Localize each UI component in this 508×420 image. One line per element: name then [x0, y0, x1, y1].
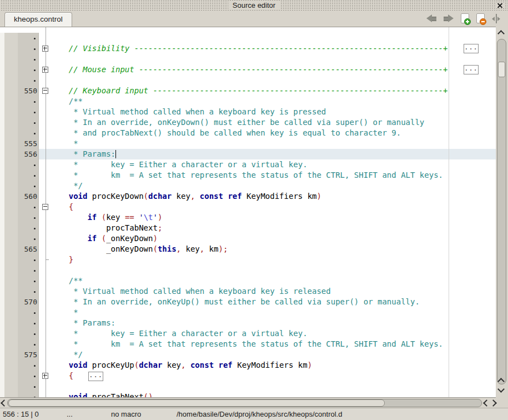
- code-line[interactable]: void procKeyDown(dchar key, const ref Ke…: [50, 191, 496, 202]
- code-line[interactable]: void procTabNext(): [50, 392, 496, 398]
- editor-row[interactable]: * km = A set that represents the status …: [0, 339, 496, 349]
- code-line[interactable]: * Virtual method called when a keyboard …: [50, 286, 496, 297]
- editor-row[interactable]: * key = Either a character or a virtual …: [0, 328, 496, 339]
- code-line[interactable]: // Keyboard input ----------------------…: [50, 86, 496, 96]
- collapsed-block-icon[interactable]: ...: [88, 372, 103, 381]
- editor-row[interactable]: * and procTabNext() should be called whe…: [0, 128, 496, 138]
- next-document-icon[interactable]: [444, 14, 454, 22]
- fold-gutter: [39, 138, 50, 149]
- editor-row[interactable]: [0, 75, 496, 86]
- editor-row[interactable]: [0, 54, 496, 64]
- editor-row[interactable]: 556 * Params:: [0, 149, 496, 159]
- code-line[interactable]: [50, 54, 496, 64]
- line-number-gutter: [0, 276, 39, 286]
- editor-row[interactable]: [0, 33, 496, 43]
- editor-row[interactable]: * Virtual method called when a keyboard …: [0, 286, 496, 297]
- editor-row[interactable]: // Visibility --------------------------…: [0, 43, 496, 54]
- code-line[interactable]: * km = A set that represents the status …: [50, 339, 496, 349]
- editor-row[interactable]: */: [0, 181, 496, 191]
- code-line[interactable]: *: [50, 138, 496, 149]
- scroll-left-right-icon[interactable]: [483, 399, 490, 407]
- editor-row[interactable]: *: [0, 307, 496, 318]
- titlebar[interactable]: Source editor: [0, 0, 508, 11]
- code-line[interactable]: // Visibility --------------------------…: [50, 43, 496, 54]
- code-line[interactable]: if (key == '\t'): [50, 212, 496, 223]
- scroll-left-icon[interactable]: [1, 399, 8, 407]
- editor-row[interactable]: // Mouse input -------------------------…: [0, 64, 496, 75]
- editor-row[interactable]: [0, 265, 496, 276]
- code-line[interactable]: * In an override, onKeyDown() must eithe…: [50, 117, 496, 128]
- code-line[interactable]: if (_onKeyDown): [50, 233, 496, 244]
- editor-row[interactable]: * key = Either a character or a virtual …: [0, 159, 496, 170]
- editor-row[interactable]: if (_onKeyDown): [0, 233, 496, 244]
- editor-row[interactable]: {...: [0, 371, 496, 381]
- code-line[interactable]: * key = Either a character or a virtual …: [50, 328, 496, 339]
- code-line[interactable]: void procKeyUp(dchar key, const ref KeyM…: [50, 360, 496, 371]
- horizontal-scrollbar[interactable]: [0, 398, 508, 407]
- editor-row[interactable]: }: [0, 254, 496, 265]
- editor-row[interactable]: * In an override, onKeyDown() must eithe…: [0, 117, 496, 128]
- code-line[interactable]: /**: [50, 96, 496, 107]
- vertical-scroll-track[interactable]: [497, 39, 506, 384]
- close-icon[interactable]: [496, 2, 505, 8]
- editor-row[interactable]: procTabNext;: [0, 223, 496, 233]
- tab-kheops-control[interactable]: kheops.control: [4, 12, 72, 27]
- code-line[interactable]: * Params:: [50, 318, 496, 328]
- collapsed-block-icon[interactable]: ...: [464, 65, 479, 74]
- code-editor[interactable]: // Visibility --------------------------…: [0, 27, 496, 398]
- code-line[interactable]: {: [50, 202, 496, 212]
- code-line[interactable]: * Params:: [50, 149, 496, 159]
- code-line[interactable]: [50, 75, 496, 86]
- editor-row[interactable]: void procTabNext(): [0, 392, 496, 398]
- code-line[interactable]: */: [50, 181, 496, 191]
- detach-document-icon[interactable]: [492, 14, 500, 23]
- editor-row[interactable]: [0, 381, 496, 392]
- fold-collapse-icon[interactable]: [42, 204, 48, 210]
- fold-collapse-icon[interactable]: [42, 88, 48, 94]
- code-line[interactable]: * key = Either a character or a virtual …: [50, 159, 496, 170]
- new-document-icon[interactable]: [461, 13, 469, 23]
- close-document-icon[interactable]: [476, 13, 485, 23]
- editor-row[interactable]: /**: [0, 276, 496, 286]
- editor-row[interactable]: 555 *: [0, 138, 496, 149]
- scroll-up-icon[interactable]: [497, 30, 505, 37]
- code-line[interactable]: *: [50, 307, 496, 318]
- editor-row[interactable]: * Virtual method called when a keyboard …: [0, 107, 496, 117]
- vertical-scroll-thumb[interactable]: [498, 62, 505, 77]
- editor-row[interactable]: * km = A set that represents the status …: [0, 170, 496, 181]
- code-line[interactable]: _onKeyDown(this, key, km);: [50, 244, 496, 254]
- scroll-down-icon[interactable]: [497, 386, 505, 393]
- editor-row[interactable]: void procKeyUp(dchar key, const ref KeyM…: [0, 360, 496, 371]
- horizontal-scroll-thumb[interactable]: [8, 399, 385, 407]
- fold-expand-icon[interactable]: [42, 67, 48, 73]
- code-line[interactable]: [50, 381, 496, 392]
- editor-row[interactable]: 565 _onKeyDown(this, key, km);: [0, 244, 496, 254]
- code-line[interactable]: [50, 33, 496, 43]
- code-line[interactable]: */: [50, 349, 496, 360]
- editor-row[interactable]: 575 */: [0, 349, 496, 360]
- horizontal-scroll-track[interactable]: [7, 399, 482, 407]
- scroll-right-icon[interactable]: [490, 399, 497, 407]
- code-line[interactable]: * and procTabNext() should be called whe…: [50, 128, 496, 138]
- vertical-scrollbar[interactable]: [496, 27, 508, 397]
- code-line[interactable]: // Mouse input -------------------------…: [50, 64, 496, 75]
- code-line[interactable]: }: [50, 254, 496, 265]
- code-line[interactable]: {...: [50, 371, 496, 381]
- editor-row[interactable]: {: [0, 202, 496, 212]
- code-line[interactable]: * In an override, onKeyUp() must either …: [50, 297, 496, 307]
- code-line[interactable]: /**: [50, 276, 496, 286]
- previous-document-icon[interactable]: [426, 14, 436, 22]
- editor-row[interactable]: 550 // Keyboard input ------------------…: [0, 86, 496, 96]
- fold-expand-icon[interactable]: [42, 373, 48, 379]
- editor-row[interactable]: 570 * In an override, onKeyUp() must eit…: [0, 297, 496, 307]
- fold-expand-icon[interactable]: [42, 46, 48, 52]
- editor-row[interactable]: 560 void procKeyDown(dchar key, const re…: [0, 191, 496, 202]
- code-line[interactable]: procTabNext;: [50, 223, 496, 233]
- editor-row[interactable]: if (key == '\t'): [0, 212, 496, 223]
- editor-row[interactable]: /**: [0, 96, 496, 107]
- code-line[interactable]: [50, 265, 496, 276]
- code-line[interactable]: * km = A set that represents the status …: [50, 170, 496, 181]
- collapsed-block-icon[interactable]: ...: [464, 44, 479, 53]
- code-line[interactable]: * Virtual method called when a keyboard …: [50, 107, 496, 117]
- editor-row[interactable]: * Params:: [0, 318, 496, 328]
